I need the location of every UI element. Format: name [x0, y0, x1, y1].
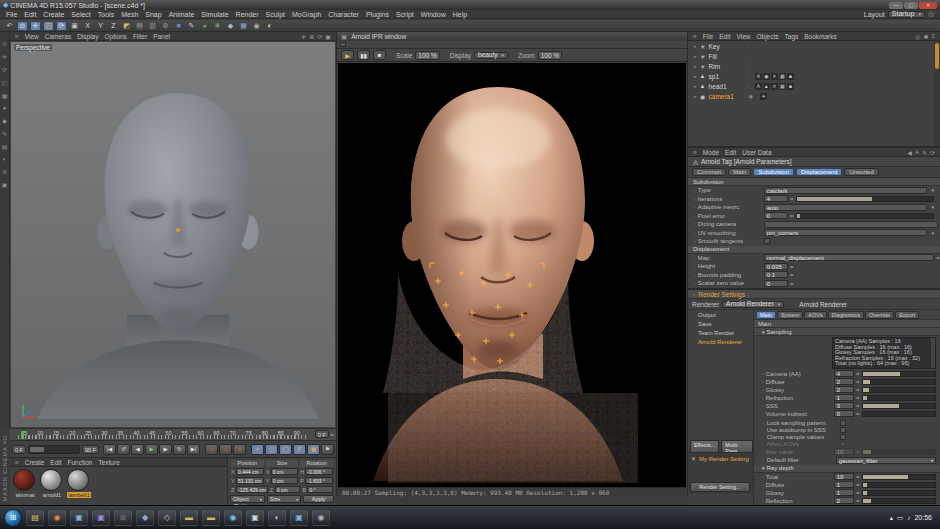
object-tag-icon[interactable]: ✕	[771, 83, 778, 90]
render-settings-icon[interactable]: ⚙	[160, 21, 171, 31]
ipr-pause-button[interactable]: ▮▮	[357, 50, 370, 60]
start-button[interactable]: ⊞	[4, 509, 22, 527]
size-field[interactable]: 0 cm	[271, 477, 299, 484]
slider-value[interactable]: 3	[834, 402, 854, 409]
viewport-rotate-icon[interactable]: ⟳	[317, 33, 322, 40]
menu-item[interactable]: Plugins	[366, 11, 389, 18]
camera-object-icon[interactable]: ◉	[251, 21, 262, 31]
visibility-dots[interactable]: ∶	[747, 53, 749, 59]
slider-track[interactable]	[862, 411, 936, 417]
slider-value[interactable]: 10	[834, 473, 854, 480]
head1[interactable]: ▸ ▲ head1 ∶ A▲✕▦■	[688, 81, 934, 91]
render-settings-list-item[interactable]: Arnold Renderer	[688, 337, 753, 346]
attribute-corner-icon[interactable]: A	[915, 149, 919, 156]
checkbox[interactable]	[840, 441, 846, 447]
attribute-tab[interactable]: Subdivision	[753, 168, 794, 176]
spinner-arrows[interactable]: ◂▸	[790, 196, 794, 201]
menu-item[interactable]: Edit	[24, 11, 36, 18]
viewport-menu-item[interactable]: View	[25, 33, 39, 40]
panel-icon[interactable]: ≡	[693, 149, 697, 156]
material-name[interactable]: skinmat	[13, 492, 37, 498]
parameter-value[interactable]: pin_corners	[764, 229, 928, 236]
ipr-stop-button[interactable]: ■	[373, 50, 386, 60]
parameter-slider[interactable]	[796, 213, 934, 219]
attribute-tab[interactable]: Main	[728, 168, 751, 176]
material-preview-sphere[interactable]	[67, 469, 89, 491]
environment-icon[interactable]: ❋	[212, 21, 223, 31]
parameter-value[interactable]: normal_displacement	[764, 254, 934, 261]
loop-button[interactable]: ↻	[173, 444, 186, 455]
keyframe-selection-button[interactable]: ⊗	[233, 444, 246, 455]
close-button[interactable]: ✕	[919, 2, 937, 9]
parameter-value[interactable]: 0.1	[764, 271, 788, 278]
skinmat[interactable]: skinmat	[13, 469, 37, 498]
object-manager-menu-item[interactable]: File	[703, 33, 713, 40]
console-icon[interactable]: ◼	[114, 510, 132, 526]
video-app-icon[interactable]: ◐	[268, 510, 286, 526]
parameter-value[interactable]	[764, 221, 938, 228]
menu-item[interactable]: Character	[328, 11, 359, 18]
z-axis-lock-icon[interactable]: Z	[108, 21, 119, 31]
spinner-arrows[interactable]: ◂▸	[856, 411, 860, 416]
menu-item[interactable]: Snap	[145, 11, 161, 18]
render-view-icon[interactable]: ▤	[134, 21, 145, 31]
ipr-tab-icon[interactable]	[340, 42, 346, 47]
y-axis-lock-icon[interactable]: Y	[95, 21, 106, 31]
menu-item[interactable]: Animate	[169, 11, 195, 18]
menu-item[interactable]: Mesh	[121, 11, 138, 18]
viewport-zoom-icon[interactable]: ⊕	[309, 33, 314, 40]
renderer-dropdown[interactable]: Arnold Renderer▾	[722, 301, 784, 308]
record-parameter-toggle[interactable]: P	[293, 444, 306, 455]
spinner-arrows[interactable]: ◂▸	[856, 371, 860, 376]
parameter-value[interactable]: 0	[764, 212, 788, 219]
spinner-arrows[interactable]: ◂▸	[856, 379, 860, 384]
coordinate-size-mode-dropdown[interactable]: Size▾	[267, 495, 302, 503]
snap-icon[interactable]: ⊘	[2, 168, 7, 175]
skype-icon[interactable]: ◉	[224, 510, 242, 526]
slider-value[interactable]: 1	[834, 481, 854, 488]
menu-item[interactable]: Tools	[98, 11, 114, 18]
light-object-icon[interactable]: ◐	[264, 21, 275, 31]
slider-track[interactable]	[862, 371, 936, 377]
apply-button[interactable]: Apply	[303, 495, 334, 503]
parameter-slider[interactable]	[796, 196, 934, 202]
rotation-field[interactable]: 0 °	[307, 486, 333, 493]
object-tag-icon[interactable]: ▲	[763, 83, 770, 90]
spinner-arrows[interactable]: ◂▸	[856, 482, 860, 487]
render-setting-button[interactable]: Render Setting...	[690, 482, 750, 492]
render-settings-header[interactable]: ◦Render Settings	[688, 290, 940, 299]
object-manager-scrollbar[interactable]	[934, 41, 940, 146]
ipr-display-dropdown[interactable]: beauty▾	[474, 52, 508, 59]
workplane-icon[interactable]: ▣	[2, 181, 8, 188]
slider-track[interactable]	[862, 498, 936, 504]
timeline-start-field[interactable]: 0 F	[12, 445, 26, 454]
object-tags[interactable]: A◉✕▦■	[755, 73, 794, 80]
parameter-value[interactable]: 0.035	[764, 263, 788, 270]
tray-icon[interactable]: ▴	[890, 514, 893, 522]
visibility-dots[interactable]: ∶◉	[747, 93, 755, 99]
material-menu-item[interactable]: Create	[25, 459, 45, 466]
move-tool-icon[interactable]: ✛	[30, 21, 41, 31]
object-manager-menu-item[interactable]: Edit	[719, 33, 730, 40]
camera1[interactable]: ▸ ◉ camera1 ∶◉ ☀	[688, 91, 934, 101]
attribute-corner-icon[interactable]: ◀	[907, 149, 912, 156]
object-tag-icon[interactable]: ✕	[771, 73, 778, 80]
attribute-menu-item[interactable]: Edit	[725, 149, 736, 156]
infobox-scrollbar[interactable]	[931, 338, 935, 368]
ipr-zoom-field[interactable]: 100 %	[538, 51, 562, 60]
cube-primitive-icon[interactable]: ■	[173, 21, 184, 31]
viewport-menu-item[interactable]: Display	[77, 33, 98, 40]
checkbox[interactable]	[840, 434, 846, 440]
arnold-tab[interactable]: Override	[865, 311, 894, 319]
record-rotation-toggle[interactable]: ◯	[279, 444, 292, 455]
parameter-value[interactable]: 0	[764, 280, 788, 287]
play-backwards-button[interactable]: ↺	[117, 444, 130, 455]
material-menu-item[interactable]: Edit	[50, 459, 61, 466]
rotation-field[interactable]: -0.006 °	[305, 468, 333, 475]
coordinate-system-icon[interactable]: ◩	[121, 21, 132, 31]
menu-item[interactable]: Sculpt	[266, 11, 285, 18]
menu-item[interactable]: Simulate	[201, 11, 228, 18]
image-viewer-icon[interactable]: ▣	[246, 510, 264, 526]
spline-pen-icon[interactable]: ✎	[186, 21, 197, 31]
parameter-value[interactable]: catclark	[764, 187, 928, 194]
